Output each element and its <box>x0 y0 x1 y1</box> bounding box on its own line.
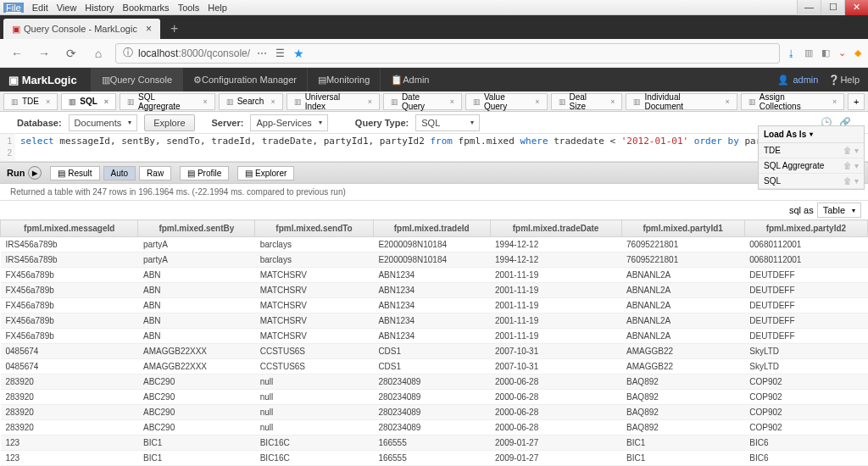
menu-view[interactable]: View <box>57 3 77 13</box>
ws-add-tab[interactable]: + <box>848 93 865 110</box>
tab-close-icon[interactable]: × <box>535 97 539 106</box>
tab-close-icon[interactable]: × <box>368 97 372 106</box>
ws-tab[interactable]: ▥Date Query× <box>383 93 462 110</box>
sidebar-icon[interactable]: ◧ <box>821 47 830 58</box>
tab-close-icon[interactable]: × <box>725 97 729 106</box>
url-bar[interactable]: ⓘ localhost:8000/qconsole/ ⋯ ☰ ★ <box>115 43 780 64</box>
profile-tab[interactable]: ▤ Profile <box>180 166 229 180</box>
tab-close-icon[interactable]: × <box>104 97 108 106</box>
table-cell: 2001-11-19 <box>490 283 621 298</box>
nav-admin[interactable]: 📋 Admin <box>380 68 439 92</box>
table-row[interactable]: 283920ABC290null2802340892000-06-28BAQ89… <box>1 420 868 435</box>
home-button[interactable]: ⌂ <box>88 43 108 64</box>
delete-icon[interactable]: 🗑 ▾ <box>843 176 859 186</box>
nav-config-manager[interactable]: ⚙ Configuration Manager <box>182 68 307 92</box>
addon-icon[interactable]: ◆ <box>854 47 861 58</box>
library-icon[interactable]: ▥ <box>804 47 813 58</box>
auto-tab[interactable]: Auto <box>103 166 136 180</box>
table-cell: ABNANL2A <box>621 283 744 298</box>
sp-item-tde[interactable]: TDE🗑 ▾ <box>759 143 864 158</box>
delete-icon[interactable]: 🗑 ▾ <box>843 146 859 155</box>
ws-tab[interactable]: ▥Universal Index× <box>287 93 380 110</box>
server-select[interactable]: App-Services <box>250 114 327 131</box>
nav-monitoring[interactable]: ▤ Monitoring <box>307 68 380 92</box>
table-row[interactable]: IRS456a789bpartyAbarclaysE2000098N101841… <box>1 237 868 252</box>
browser-tab[interactable]: ▣ Query Console - MarkLogic × <box>3 19 160 39</box>
table-cell: 166555 <box>373 451 490 466</box>
table-cell: 2009-01-27 <box>490 451 621 466</box>
reader-icon[interactable]: ☰ <box>275 47 285 59</box>
delete-icon[interactable]: 🗑 ▾ <box>843 161 859 170</box>
bookmark-star-icon[interactable]: ★ <box>293 47 304 60</box>
tab-close-icon[interactable]: × <box>832 97 837 106</box>
ws-tab[interactable]: ▥Search× <box>219 93 283 110</box>
tab-close-icon[interactable]: × <box>270 97 275 106</box>
tab-close-icon[interactable]: × <box>146 23 152 35</box>
ws-tab[interactable]: ▥TDE× <box>3 93 58 110</box>
minimize-button[interactable]: — <box>797 0 821 15</box>
download-icon[interactable]: ⭳ <box>787 48 796 58</box>
column-header[interactable]: fpml.mixed.partyId2 <box>744 220 867 237</box>
menu-tools[interactable]: Tools <box>178 3 200 13</box>
tab-close-icon[interactable]: × <box>203 97 207 106</box>
table-row[interactable]: 123BIC1BIC16C1665552009-01-27BIC1BIC6 <box>1 451 868 466</box>
sql-text[interactable]: select messageId, sentBy, sendTo, tradeI… <box>15 134 794 161</box>
table-row[interactable]: 0485674AMAGGB22XXXCCSTUS6SCDS12007-10-31… <box>1 344 868 359</box>
column-header[interactable]: fpml.mixed.sentBy <box>138 220 255 237</box>
ws-tab[interactable]: ▥SQL× <box>61 93 116 110</box>
run-button[interactable]: Run▶ <box>7 166 42 180</box>
column-header[interactable]: fpml.mixed.tradeId <box>373 220 490 237</box>
column-header[interactable]: fpml.mixed.partyId1 <box>621 220 744 237</box>
ws-tab[interactable]: ▥Value Query× <box>465 93 548 110</box>
column-header[interactable]: fpml.mixed.tradeDate <box>490 220 621 237</box>
column-header[interactable]: fpml.mixed.messageId <box>1 220 138 237</box>
sql-editor[interactable]: 12 select messageId, sentBy, sendTo, tra… <box>0 134 868 162</box>
table-row[interactable]: 283920ABC290null2802340892000-06-28BAQ89… <box>1 405 868 420</box>
table-row[interactable]: FX456a789bABNMATCHSRVABN12342001-11-19AB… <box>1 313 868 329</box>
reload-button[interactable]: ⟳ <box>61 43 81 64</box>
forward-button[interactable]: → <box>34 43 54 64</box>
table-row[interactable]: 0485674AMAGGB22XXXCCSTUS6SCDS12007-10-31… <box>1 359 868 374</box>
sp-item-sql[interactable]: SQL🗑 ▾ <box>759 174 864 189</box>
back-button[interactable]: ← <box>7 43 27 64</box>
new-tab-button[interactable]: + <box>164 19 185 39</box>
help-icon[interactable]: ❔Help <box>828 75 860 86</box>
table-row[interactable]: FX456a789bABNMATCHSRVABN12342001-11-19AB… <box>1 283 868 298</box>
side-panel-header[interactable]: Load As Is <box>759 126 864 143</box>
explorer-tab[interactable]: ▤ Explorer <box>237 166 294 180</box>
ws-tab[interactable]: ▥Deal Size× <box>551 93 623 110</box>
tab-close-icon[interactable]: × <box>46 97 50 106</box>
close-button[interactable]: ✕ <box>844 0 868 15</box>
tab-close-icon[interactable]: × <box>610 97 615 106</box>
pocket-icon[interactable]: ⌄ <box>838 47 846 58</box>
nav-query-console[interactable]: ▥ Query Console <box>91 68 182 92</box>
database-select[interactable]: Documents <box>69 114 138 131</box>
ws-tab[interactable]: ▥Assign Collections× <box>741 93 845 110</box>
user-name[interactable]: admin <box>793 75 818 85</box>
sqlas-select[interactable]: Table <box>817 202 861 218</box>
menu-edit[interactable]: Edit <box>32 3 48 13</box>
menu-help[interactable]: Help <box>208 3 227 13</box>
raw-tab[interactable]: Raw <box>139 166 171 180</box>
table-row[interactable]: 283920ABC290null2802340892000-06-28BAQ89… <box>1 390 868 405</box>
maximize-button[interactable]: ☐ <box>821 0 844 15</box>
table-row[interactable]: IRS456a789bpartyAbarclaysE2000098N101841… <box>1 252 868 268</box>
ws-tab[interactable]: ▥SQL Aggregrate× <box>120 93 215 110</box>
sp-item-sqlagg[interactable]: SQL Aggregrate🗑 ▾ <box>759 158 864 174</box>
ws-tab[interactable]: ▥Individual Document× <box>626 93 737 110</box>
table-row[interactable]: FX456a789bABNMATCHSRVABN12342001-11-19AB… <box>1 329 868 344</box>
table-row[interactable]: 283920ABC290null2802340892000-06-28BAQ89… <box>1 374 868 390</box>
result-tab[interactable]: ▤ Result <box>50 166 99 180</box>
menu-history[interactable]: History <box>85 3 114 13</box>
table-row[interactable]: FX456a789bABNMATCHSRVABN12342001-11-19AB… <box>1 298 868 313</box>
menu-file[interactable]: File <box>3 3 24 13</box>
table-row[interactable]: FX456a789bABNMATCHSRVABN12342001-11-19AB… <box>1 268 868 283</box>
table-row[interactable]: 123BIC1BIC16C1665552009-01-27BIC1BIC6 <box>1 435 868 451</box>
column-header[interactable]: fpml.mixed.sendTo <box>255 220 374 237</box>
tab-close-icon[interactable]: × <box>450 97 454 106</box>
table-cell: MATCHSRV <box>255 329 374 344</box>
menu-bookmarks[interactable]: Bookmarks <box>123 3 170 13</box>
more-icon[interactable]: ⋯ <box>257 47 267 59</box>
querytype-select[interactable]: SQL <box>415 114 480 131</box>
explore-button[interactable]: Explore <box>144 114 194 131</box>
